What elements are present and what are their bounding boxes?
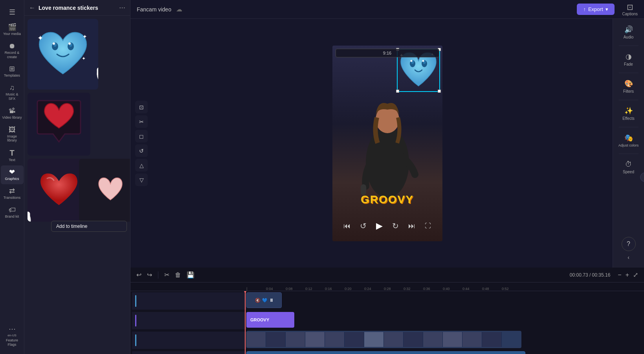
audio-label: Audio bbox=[624, 35, 634, 39]
ruler-0: | bbox=[246, 287, 247, 291]
menu-button[interactable]: ☰ bbox=[5, 4, 19, 20]
sticker-clip-icon: 🔇 bbox=[255, 298, 261, 303]
graphics-icon: ❤ bbox=[9, 169, 15, 176]
playhead[interactable] bbox=[245, 291, 246, 354]
captions-button[interactable]: ⊡ Captions bbox=[622, 2, 638, 16]
aspect-ratio-value: 9:16 bbox=[383, 51, 391, 55]
sidebar-label-templates: Templates bbox=[4, 73, 20, 78]
sidebar-item-video-library[interactable]: 📽 Video library bbox=[1, 104, 24, 123]
speed-icon: ⏱ bbox=[625, 160, 632, 169]
panel-divider-3 bbox=[619, 100, 638, 100]
sidebar-label-feature-flags2: Feature Flags bbox=[2, 338, 22, 347]
audio-panel-item[interactable]: 🔊 Audio bbox=[615, 22, 643, 42]
sticker-heart-clip: 💙 bbox=[262, 298, 268, 303]
adjust-colors-label: Adjust colors bbox=[618, 143, 639, 147]
player-controls: ⏮ ↺ ▶ ↻ ⏭ ⛶ bbox=[321, 218, 454, 234]
ruler-40: 0:40 bbox=[443, 287, 450, 291]
preview-canvas: GROOVY bbox=[332, 46, 442, 241]
filters-icon: 🎨 bbox=[624, 79, 633, 88]
sticker-clip[interactable]: 🔇 💙 ⏸ bbox=[246, 292, 282, 308]
speed-panel-item[interactable]: ⏱ Speed bbox=[615, 157, 643, 177]
ruler-28: 0:28 bbox=[384, 287, 391, 291]
flip-v-tool-button[interactable]: ▽ bbox=[135, 173, 148, 186]
skip-back-button[interactable]: ⏮ bbox=[343, 222, 350, 230]
adjust-colors-panel-item[interactable]: 🎭 Adjust colors bbox=[615, 130, 643, 150]
effects-label: Effects bbox=[622, 116, 634, 121]
export-button[interactable]: ↑ Export ▾ bbox=[577, 4, 614, 15]
brand-kit-icon: 🏷 bbox=[9, 206, 16, 213]
delete-button[interactable]: 🗑 bbox=[174, 270, 182, 280]
svg-point-4 bbox=[53, 42, 55, 45]
sidebar-item-image-library[interactable]: 🖼 Image library bbox=[1, 123, 24, 146]
sticker-panel: ← Love romance stickers ⋯ bbox=[24, 0, 130, 354]
sidebar-label-record: Record & create bbox=[2, 51, 22, 59]
save-frame-button[interactable]: 💾 bbox=[185, 270, 196, 280]
svg-text:✦: ✦ bbox=[37, 34, 43, 42]
sidebar-label-your-media: Your media bbox=[3, 32, 21, 36]
fade-panel-item[interactable]: ◑ Fade bbox=[615, 49, 643, 70]
track-audio-label bbox=[132, 351, 246, 354]
play-button[interactable]: ▶ bbox=[376, 221, 383, 231]
filters-panel-item[interactable]: 🎨 Filters bbox=[615, 76, 643, 97]
sidebar-item-templates[interactable]: ⊞ Templates bbox=[1, 62, 24, 81]
sidebar-label-video-library: Video library bbox=[2, 116, 22, 120]
topbar: Fancam video ☁ ↑ Export ▾ ⊡ Captions bbox=[130, 0, 644, 19]
sidebar-item-your-media[interactable]: 🎬 Your media bbox=[1, 20, 24, 39]
help-button[interactable]: ? bbox=[622, 237, 636, 251]
svg-rect-12 bbox=[97, 68, 98, 76]
forward-button[interactable]: ↻ bbox=[392, 221, 399, 231]
sidebar-item-music[interactable]: ♫ Music & SFX bbox=[1, 81, 24, 104]
track-video bbox=[132, 330, 644, 350]
track-audio: Get going bbox=[132, 350, 644, 354]
left-tools: ⊡ ✂ ◻ ↺ △ ▽ bbox=[135, 101, 148, 186]
rewind-button[interactable]: ↺ bbox=[360, 221, 367, 231]
toolbar-divider-1 bbox=[158, 271, 158, 279]
timeline-ruler: | 0:04 0:08 0:12 0:16 0:20 0:24 0:28 0:3… bbox=[130, 282, 644, 291]
text-clip[interactable]: GROOVY bbox=[246, 312, 294, 328]
track-video-content bbox=[246, 331, 644, 350]
sidebar-label-graphics: Graphics bbox=[5, 177, 19, 181]
svg-text:✦: ✦ bbox=[83, 33, 87, 40]
sticker-small-heart[interactable] bbox=[79, 159, 130, 222]
fit-timeline-button[interactable]: ⤢ bbox=[632, 270, 639, 280]
video-clip[interactable] bbox=[246, 331, 521, 348]
video-thumb-3 bbox=[286, 332, 305, 347]
undo-button[interactable]: ↩ bbox=[135, 270, 143, 280]
rotate-tool-button[interactable]: ↺ bbox=[135, 144, 148, 157]
panel-content: ✦ ✦ ✦ 2 bbox=[24, 16, 130, 354]
cut-button[interactable]: ✂ bbox=[163, 270, 171, 280]
image-library-icon: 🖼 bbox=[9, 126, 16, 133]
zoom-in-button[interactable]: + bbox=[624, 270, 630, 280]
sticker-blue-heart[interactable]: ✦ ✦ ✦ 2 bbox=[28, 19, 98, 90]
video-library-icon: 📽 bbox=[9, 107, 16, 114]
timeline-time: 00:00.73 / 00:35.16 bbox=[570, 272, 610, 278]
effects-panel-item[interactable]: ✨ Effects bbox=[615, 103, 643, 124]
sidebar-item-graphics[interactable]: ❤ Graphics bbox=[1, 165, 24, 184]
ruler-16: 0:16 bbox=[325, 287, 332, 291]
flip-h-tool-button[interactable]: △ bbox=[135, 159, 148, 171]
sidebar-item-feature-flags[interactable]: ⋯ en-US Feature Flags bbox=[1, 322, 24, 350]
sidebar-item-brand-kit[interactable]: 🏷 Brand kit bbox=[1, 203, 24, 222]
sidebar-item-text[interactable]: T Text bbox=[1, 146, 24, 165]
sticker-heart-bubble[interactable] bbox=[28, 93, 90, 156]
cut-tool-button[interactable]: ✂ bbox=[135, 115, 148, 128]
video-thumb-6 bbox=[345, 332, 364, 347]
svg-point-26 bbox=[410, 60, 412, 62]
redo-button[interactable]: ↪ bbox=[146, 270, 153, 280]
sidebar-item-transitions[interactable]: ⇄ Transitions bbox=[1, 184, 24, 203]
panel-back-button[interactable]: ← bbox=[29, 4, 35, 11]
zoom-out-button[interactable]: − bbox=[616, 270, 622, 280]
aspect-ratio-badge[interactable]: 9:16 bbox=[336, 49, 439, 57]
fullscreen-button[interactable]: ⛶ bbox=[425, 222, 431, 229]
video-thumb-5 bbox=[325, 332, 345, 347]
crop-tool-button[interactable]: ⊡ bbox=[135, 101, 148, 113]
fade-icon: ◑ bbox=[626, 52, 632, 61]
right-panel-collapse-button[interactable]: ‹ bbox=[627, 254, 629, 260]
sidebar-item-record[interactable]: ⏺ Record & create bbox=[1, 39, 24, 62]
duplicate-tool-button[interactable]: ◻ bbox=[135, 130, 148, 142]
video-thumb-12 bbox=[462, 332, 482, 347]
track-text-label bbox=[132, 312, 246, 329]
panel-more-button[interactable]: ⋯ bbox=[119, 4, 125, 11]
audio-clip[interactable]: Get going bbox=[246, 351, 525, 354]
skip-forward-button[interactable]: ⏭ bbox=[408, 222, 415, 230]
